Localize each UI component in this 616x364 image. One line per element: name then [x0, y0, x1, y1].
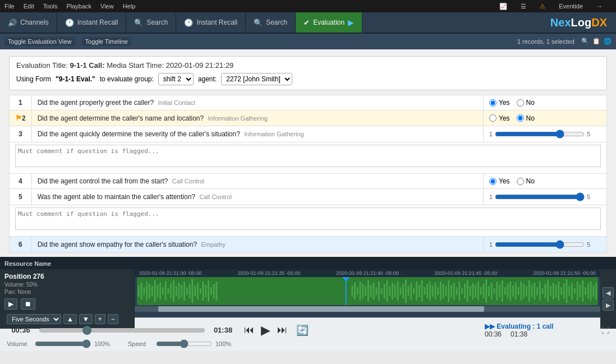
svg-rect-59 — [421, 280, 423, 302]
pb-expand-btn[interactable]: ⛶ — [601, 326, 609, 335]
timeline-scroll-right[interactable]: ▶ — [603, 300, 614, 311]
q6-num: 6 — [10, 237, 32, 253]
svg-rect-28 — [210, 287, 212, 295]
q1-yes-label[interactable]: Yes — [489, 99, 510, 107]
timeline-scroll-left[interactable]: ◀ — [603, 287, 614, 298]
svg-rect-90 — [504, 287, 506, 295]
q2-answer: Yes No — [484, 110, 607, 126]
svg-rect-109 — [555, 285, 557, 297]
q4-yes-radio[interactable] — [489, 178, 497, 185]
copy-toolbar-icon[interactable]: 📋 — [592, 38, 600, 45]
q4-no-radio[interactable] — [517, 178, 524, 185]
ts-2: 2020-01-09 21:21:35 -05:00 — [238, 270, 301, 276]
menu-playback[interactable]: Playback — [66, 3, 91, 10]
svg-rect-61 — [426, 284, 428, 298]
q1-no-radio[interactable] — [517, 99, 524, 107]
resource-name-header: Resource Name — [4, 260, 51, 267]
q1-yes-radio[interactable] — [489, 99, 497, 107]
q1-answer: Yes No — [484, 95, 607, 110]
svg-rect-23 — [197, 283, 199, 300]
speed-slider[interactable] — [156, 339, 212, 348]
q5-num: 5 — [10, 189, 32, 205]
menu-view[interactable]: View — [100, 3, 114, 10]
questions-table: 1 Did the agent properly greet the calle… — [9, 95, 607, 253]
menu-tools[interactable]: Tools — [43, 3, 58, 10]
tab-search-2[interactable]: 🔍 Search — [246, 12, 296, 33]
eval-title: Evaluation Title: 9-1-1 Call: Media Star… — [16, 61, 600, 70]
svg-rect-119 — [582, 280, 583, 302]
q3-comment-input[interactable] — [15, 145, 601, 167]
agent-select[interactable]: 2272 [John Smith] — [221, 73, 292, 85]
tab-instant-recall-2-label: Instant Recall — [196, 19, 237, 26]
svg-rect-47 — [389, 286, 390, 296]
q6-slider[interactable] — [495, 240, 585, 249]
svg-rect-114 — [568, 286, 570, 296]
svg-rect-80 — [477, 282, 479, 301]
svg-rect-120 — [585, 287, 586, 295]
menubar-right: 📈 ☰ ⚠ Eventide → — [499, 3, 612, 10]
q4-yes-label[interactable]: Yes — [489, 177, 510, 185]
menu-help[interactable]: Help — [123, 3, 136, 10]
q5-comment-input[interactable] — [15, 208, 601, 230]
stop-btn-timeline[interactable]: ⏹ — [21, 298, 35, 310]
svg-rect-11 — [165, 282, 167, 301]
shift-select[interactable]: shift 1 shift 2 shift 3 — [158, 73, 194, 85]
svg-rect-76 — [467, 280, 468, 302]
toggle-timeline-btn[interactable]: Toggle Timeline — [82, 37, 131, 46]
svg-rect-30 — [216, 282, 218, 301]
eval-title-label: Evaluation Title: — [16, 61, 70, 70]
tab-evaluation[interactable]: ✔ Evaluation ▶ — [296, 12, 362, 33]
svg-rect-4 — [146, 282, 148, 301]
position-volume: Volume: 50% — [4, 282, 130, 288]
tab-instant-recall-1[interactable]: 🕐 Instant Recall — [57, 12, 127, 33]
tab-channels[interactable]: 🔊 Channels — [0, 12, 57, 33]
q1-num: 1 — [10, 95, 32, 110]
q2-yes-radio[interactable] — [489, 114, 497, 122]
q3-comment-cell — [10, 142, 607, 174]
tab-search-1[interactable]: 🔍 Search — [126, 12, 176, 33]
volume-slider[interactable] — [35, 339, 91, 348]
tab-channels-label: Channels — [20, 19, 49, 26]
eval-header: Evaluation Title: 9-1-1 Call: Media Star… — [9, 56, 607, 90]
timeline-scrollbar-thumb[interactable] — [158, 306, 484, 312]
svg-rect-3 — [143, 287, 145, 295]
q3-slider-cell: 1 5 — [484, 126, 607, 142]
q5-max-label: 5 — [587, 193, 590, 200]
menu-edit[interactable]: Edit — [24, 3, 34, 10]
q2-no-radio[interactable] — [517, 114, 524, 122]
menubar: File Edit Tools Playback View Help 📈 ☰ ⚠… — [0, 0, 616, 12]
svg-rect-13 — [170, 284, 172, 298]
svg-rect-82 — [483, 284, 485, 298]
q2-no-label[interactable]: No — [517, 114, 535, 122]
globe-toolbar-icon[interactable]: 🌐 — [604, 38, 612, 45]
volume-slider-row: Volume 100% — [7, 339, 114, 348]
menu-file[interactable]: File — [4, 3, 15, 10]
toggle-eval-btn[interactable]: Toggle Evaluation View — [4, 37, 75, 46]
pb-scrubber[interactable] — [39, 328, 205, 333]
svg-rect-68 — [445, 286, 447, 296]
svg-rect-60 — [424, 287, 425, 295]
play-btn-timeline[interactable]: ▶ — [4, 298, 17, 310]
svg-rect-16 — [178, 283, 180, 300]
tab-instant-recall-1-label: Instant Recall — [77, 19, 118, 26]
q5-slider[interactable] — [495, 192, 585, 201]
svg-rect-35 — [357, 287, 358, 295]
svg-rect-72 — [456, 287, 458, 295]
tab-instant-recall-2[interactable]: 🕐 Instant Recall — [176, 12, 246, 33]
q2-yes-label[interactable]: Yes — [489, 114, 510, 122]
waveform-container[interactable] — [137, 277, 598, 305]
timeline-controls: ▶ ⏹ — [4, 298, 130, 310]
search-toolbar-icon[interactable]: 🔍 — [581, 38, 589, 45]
svg-rect-48 — [392, 283, 393, 300]
q4-no-label[interactable]: No — [517, 177, 535, 185]
svg-rect-18 — [183, 282, 185, 301]
timeline-scrollbar[interactable] — [135, 306, 600, 312]
svg-rect-38 — [365, 286, 366, 296]
pb-scrubber-thumb[interactable] — [82, 326, 91, 335]
svg-rect-52 — [402, 284, 404, 298]
tab-search-1-label: Search — [146, 19, 168, 26]
q1-no-label[interactable]: No — [517, 99, 535, 107]
svg-rect-116 — [574, 288, 576, 294]
svg-rect-33 — [351, 285, 353, 297]
q3-slider[interactable] — [495, 130, 585, 139]
